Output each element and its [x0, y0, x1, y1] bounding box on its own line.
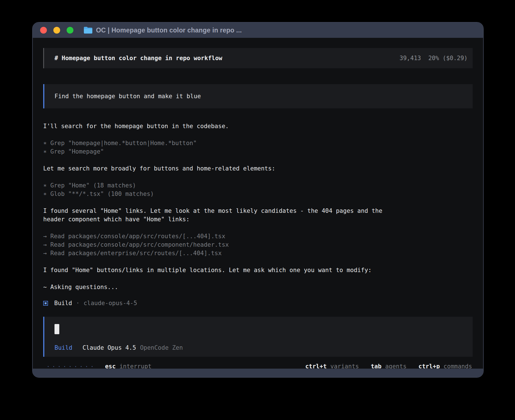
- window-title: OC | Homepage button color change in rep…: [96, 27, 242, 34]
- close-button[interactable]: [40, 27, 47, 34]
- input-meta: Build Claude Opus 4.5 OpenCode Zen: [54, 344, 183, 351]
- tool-call-read: → Read packages/console/app/src/routes/[…: [43, 232, 473, 240]
- agent-name: Build: [54, 300, 72, 307]
- titlebar: OC | Homepage button color change in rep…: [33, 23, 483, 38]
- folder-icon: [84, 27, 93, 34]
- agent-model: claude-opus-4-5: [84, 300, 137, 307]
- tool-call-group: ∗ Grep "Home" (18 matches) ∗ Glob "**/*.…: [43, 181, 473, 198]
- text-cursor: [54, 324, 59, 334]
- token-count: 39,413: [400, 55, 421, 62]
- terminal-content: # Homepage button color change in repo w…: [33, 38, 483, 370]
- session-header: # Homepage button color change in repo w…: [43, 48, 473, 68]
- assistant-text: I'll search for the homepage button in t…: [43, 122, 473, 130]
- prompt-input[interactable]: Build Claude Opus 4.5 OpenCode Zen: [43, 317, 473, 357]
- terminal-window: OC | Homepage button color change in rep…: [32, 22, 484, 378]
- tool-call-group: ∗ Grep "homepage|home.*button|Home.*butt…: [43, 139, 473, 156]
- window-bottom-edge: [33, 369, 483, 377]
- tool-call-glob: ∗ Glob "**/*.tsx" (100 matches): [43, 190, 473, 198]
- tool-call-group: → Read packages/console/app/src/routes/[…: [43, 232, 473, 257]
- tool-call-grep: ∗ Grep "Home" (18 matches): [43, 181, 473, 190]
- user-message: Find the homepage button and make it blu…: [43, 84, 473, 108]
- zoom-button[interactable]: [67, 27, 73, 34]
- tool-call-read: → Read packages/console/app/src/componen…: [43, 240, 473, 249]
- context-cost: 20% ($0.29): [428, 55, 468, 62]
- input-agent-label[interactable]: Build: [54, 344, 72, 351]
- assistant-text: I found several "Home" links. Let me loo…: [43, 207, 473, 224]
- window-controls: [40, 27, 73, 34]
- user-message-text: Find the homepage button and make it blu…: [54, 93, 201, 100]
- minimize-button[interactable]: [53, 27, 60, 34]
- session-title: # Homepage button color change in repo w…: [54, 55, 222, 62]
- input-provider-label: OpenCode Zen: [140, 344, 183, 351]
- assistant-status-text: ~ Asking questions...: [43, 283, 473, 291]
- tool-call-grep: ∗ Grep "Homepage": [43, 147, 473, 156]
- agent-separator: ·: [76, 300, 80, 307]
- tool-call-read: → Read packages/enterprise/src/routes/[.…: [43, 249, 473, 257]
- input-model-label[interactable]: Claude Opus 4.5: [82, 344, 136, 351]
- session-stats: 39,413 20% ($0.29): [400, 55, 468, 62]
- assistant-transcript: I'll search for the homepage button in t…: [43, 122, 473, 291]
- tool-call-grep: ∗ Grep "homepage|home.*button|Home.*butt…: [43, 139, 473, 147]
- assistant-text: I found "Home" buttons/links in multiple…: [43, 266, 473, 274]
- agent-square-icon: [43, 301, 48, 306]
- agent-status-line: Build · claude-opus-4-5: [43, 300, 473, 307]
- assistant-text: Let me search more broadly for buttons a…: [43, 164, 473, 173]
